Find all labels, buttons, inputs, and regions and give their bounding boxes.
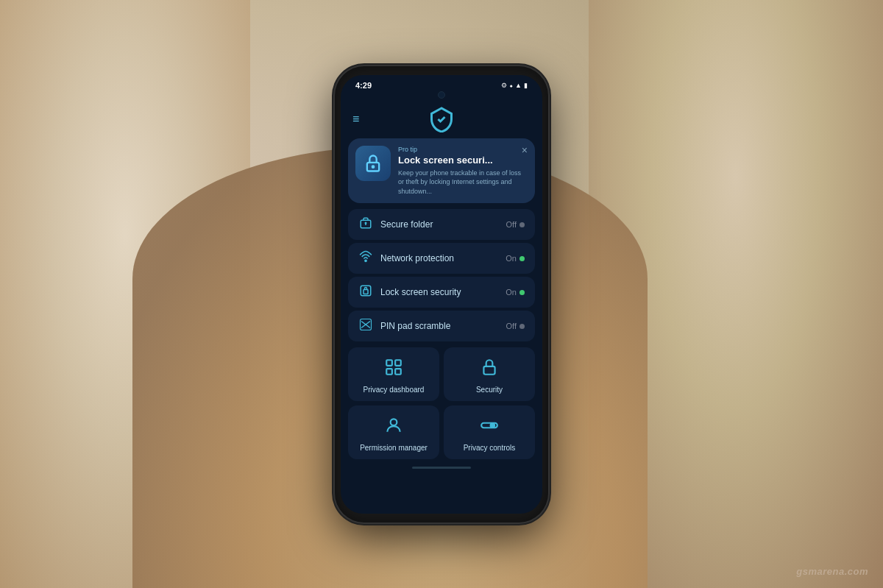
grid-tiles: Privacy dashboard Security [341,341,542,462]
menu-icon[interactable]: ≡ [352,113,359,126]
gear-icon: ⚙ [501,82,507,89]
network-protection-icon [358,250,373,266]
svg-point-4 [365,223,366,224]
pin-pad-label: PIN pad scramble [380,321,450,331]
pin-pad-status-text: Off [506,322,517,330]
pin-pad-status: Off [506,322,525,330]
menu-item-left: Secure folder [358,216,433,233]
tip-title: Lock screen securi... [398,155,528,166]
privacy-dashboard-icon [384,358,403,381]
svg-rect-15 [483,366,494,375]
svg-rect-13 [386,369,392,375]
tile-privacy-dashboard[interactable]: Privacy dashboard [348,347,439,401]
secure-folder-status-text: Off [506,220,517,229]
tip-pro-label: Pro tip [398,146,528,153]
privacy-controls-icon [480,416,499,439]
wifi-icon: ▲ [515,82,522,89]
menu-item-pin-pad-scramble[interactable]: PIN pad scramble Off [348,311,535,341]
pin-pad-dot [519,324,525,329]
security-icon [480,358,499,381]
svg-rect-14 [395,369,401,375]
secure-folder-label: Secure folder [380,219,433,230]
lock-screen-dot [519,290,525,295]
location-icon: ⬥ [509,82,513,89]
permission-manager-icon [384,416,403,439]
screen: 4:29 ⚙ ⬥ ▲ ▮ ≡ [341,75,542,514]
menu-item-secure-folder[interactable]: Secure folder Off [348,209,535,240]
tip-lock-icon [363,153,383,174]
svg-point-5 [365,260,366,261]
svg-point-18 [491,424,494,428]
tip-card[interactable]: Pro tip Lock screen securi... Keep your … [348,138,535,204]
menu-item-network-protection[interactable]: Network protection On [348,243,535,274]
network-protection-status-text: On [506,254,517,263]
network-protection-status: On [506,254,525,263]
lock-screen-status-text: On [506,288,517,297]
tip-text: Pro tip Lock screen securi... Keep your … [398,146,528,196]
svg-rect-11 [386,361,392,366]
menu-item-left: Network protection [358,250,454,266]
watermark: gsmarena.com [796,566,868,577]
camera-dot [438,91,445,99]
svg-rect-12 [395,361,401,366]
tile-permission-manager[interactable]: Permission manager [348,405,439,459]
home-indicator [341,462,542,472]
status-bar: 4:29 ⚙ ⬥ ▲ ▮ [341,75,542,93]
menu-item-left: PIN pad scramble [358,318,450,334]
app-header: ≡ [341,103,542,138]
shield-logo-icon [428,106,455,132]
privacy-dashboard-label: Privacy dashboard [364,386,425,394]
svg-rect-7 [364,290,368,294]
pin-pad-icon [358,318,373,334]
phone: 4:29 ⚙ ⬥ ▲ ▮ ≡ [335,66,548,523]
menu-item-left: Lock screen security [358,284,461,300]
secure-folder-icon [358,216,373,233]
svg-point-16 [391,419,397,426]
camera-area [341,91,542,99]
lock-screen-status: On [506,288,525,297]
tip-description: Keep your phone trackable in case of los… [398,169,528,196]
tile-privacy-controls[interactable]: Privacy controls [444,405,535,459]
status-time: 4:29 [355,81,372,90]
battery-icon: ▮ [524,82,528,89]
network-protection-label: Network protection [380,253,454,263]
app-content: ≡ [341,99,542,500]
permission-manager-label: Permission manager [360,444,428,452]
lock-screen-label: Lock screen security [380,287,461,297]
tip-icon-box [355,146,391,181]
tile-security[interactable]: Security [444,347,535,401]
tip-close-button[interactable]: × [522,144,528,156]
menu-item-lock-screen-security[interactable]: Lock screen security On [348,277,535,308]
privacy-controls-label: Privacy controls [464,444,516,452]
svg-point-1 [372,166,374,167]
secure-folder-status: Off [506,220,525,229]
security-label: Security [476,386,503,394]
menu-items: Secure folder Off [341,209,542,341]
app-logo [428,106,455,132]
network-protection-dot [519,256,525,261]
home-bar [412,467,471,469]
secure-folder-dot [519,222,525,227]
lock-screen-icon [358,284,373,300]
status-icons: ⚙ ⬥ ▲ ▮ [501,82,528,89]
